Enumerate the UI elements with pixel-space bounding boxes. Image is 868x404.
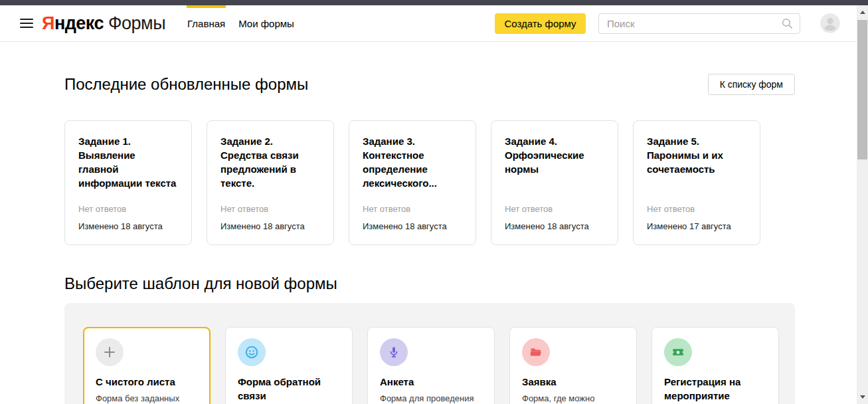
form-card-1[interactable]: Задание 1. Выявление главной информации …: [64, 120, 192, 245]
templates-panel: С чистого листа Форма без заданных Форма…: [64, 303, 795, 404]
templates-section-title: Выберите шаблон для новой формы: [64, 274, 795, 293]
scroll-thumb[interactable]: [857, 20, 867, 159]
search-icon: [781, 17, 794, 30]
search-input[interactable]: [598, 13, 800, 34]
yandex-forms-logo[interactable]: ЯндексФормы: [42, 13, 165, 34]
template-card-event-registration[interactable]: Регистрация на мероприятие: [651, 327, 779, 404]
template-subtitle: Форма для проведения: [380, 393, 482, 404]
template-title: Анкета: [380, 375, 482, 389]
nav-tabs: Главная Мои формы: [187, 5, 295, 42]
person-icon: [820, 13, 840, 33]
template-title: Регистрация на мероприятие: [664, 375, 766, 403]
form-card-2[interactable]: Задание 2. Средства связи предложений в …: [207, 120, 334, 245]
recent-forms-row: Задание 1. Выявление главной информации …: [64, 120, 795, 245]
logo-product: Формы: [108, 13, 165, 33]
to-forms-list-button[interactable]: К списку форм: [708, 74, 795, 95]
tab-my-forms[interactable]: Мои формы: [238, 5, 295, 42]
form-card-modified: Изменено 18 августа: [363, 221, 462, 231]
template-card-survey[interactable]: Анкета Форма для проведения: [367, 327, 495, 404]
browser-chrome-strip: [0, 0, 868, 5]
form-card-modified: Изменено 18 августа: [505, 221, 604, 231]
form-card-answers: Нет ответов: [363, 204, 462, 214]
form-card-answers: Нет ответов: [78, 204, 178, 214]
scroll-up-button[interactable]: [857, 7, 868, 18]
form-card-modified: Изменено 17 августа: [647, 221, 746, 231]
tab-my-forms-label: Мои формы: [238, 18, 294, 29]
template-card-request[interactable]: Заявка Форма, где можно: [509, 327, 637, 404]
form-card-modified: Изменено 18 августа: [220, 221, 320, 231]
template-title: Форма обратной связи: [238, 375, 340, 403]
scroll-down-button[interactable]: [857, 391, 868, 403]
template-card-blank[interactable]: С чистого листа Форма без заданных: [83, 327, 211, 404]
microphone-icon: [380, 338, 408, 366]
recent-section-header: Последние обновленные формы К списку фор…: [64, 43, 795, 95]
form-card-answers: Нет ответов: [505, 204, 604, 214]
ticket-icon: [664, 338, 692, 366]
tab-home-label: Главная: [187, 18, 225, 29]
form-card-3[interactable]: Задание 3. Контекстное определение лекси…: [349, 120, 476, 245]
plus-icon: [96, 338, 124, 366]
template-title: Заявка: [522, 375, 624, 389]
user-avatar[interactable]: [820, 13, 840, 33]
smiley-icon: [238, 338, 266, 366]
menu-icon[interactable]: [20, 19, 33, 28]
form-card-title: Задание 4. Орфоэпические нормы: [505, 134, 604, 176]
template-card-feedback[interactable]: Форма обратной связи: [225, 327, 353, 404]
form-card-5[interactable]: Задание 5. Паронимы и их сочетаемость Не…: [633, 120, 760, 245]
form-card-title: Задание 5. Паронимы и их сочетаемость: [647, 134, 746, 176]
folder-icon: [522, 338, 550, 366]
main-content: Последние обновленные формы К списку фор…: [0, 43, 857, 404]
template-title: С чистого листа: [96, 375, 198, 389]
form-card-title: Задание 3. Контекстное определение лекси…: [363, 134, 462, 190]
tab-home[interactable]: Главная: [187, 5, 226, 42]
form-card-answers: Нет ответов: [220, 204, 320, 214]
logo-brand-rest: ндекс: [54, 13, 104, 33]
form-card-modified: Изменено 18 августа: [78, 221, 178, 231]
form-card-answers: Нет ответов: [647, 204, 746, 214]
logo-brand-initial: Я: [42, 13, 54, 33]
form-card-title: Задание 2. Средства связи предложений в …: [220, 134, 320, 190]
template-subtitle: Форма, где можно: [522, 393, 624, 404]
template-subtitle: Форма без заданных: [96, 393, 198, 404]
scrollbar[interactable]: [857, 5, 868, 404]
form-card-title: Задание 1. Выявление главной информации …: [78, 134, 178, 190]
search-box: [598, 13, 800, 34]
navbar: ЯндексФормы Главная Мои формы Создать фо…: [0, 5, 857, 42]
create-form-button[interactable]: Создать форму: [495, 13, 586, 34]
form-card-4[interactable]: Задание 4. Орфоэпические нормы Нет ответ…: [491, 120, 618, 245]
recent-section-title: Последние обновленные формы: [64, 75, 308, 94]
